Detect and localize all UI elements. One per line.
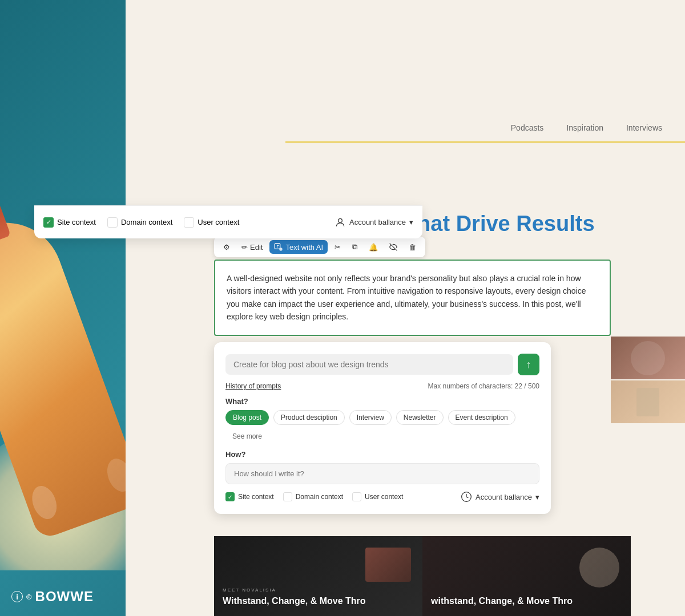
bowwe-logo: i © BOWWE: [11, 589, 94, 605]
char-count: Max numbers of characters: 22 / 500: [428, 382, 539, 390]
history-row: History of prompts Max numbers of charac…: [225, 382, 539, 390]
toolbar-notify-button[interactable]: 🔔: [364, 241, 382, 254]
bottom-image-right: withstand, Change, & Move Thro: [422, 536, 631, 616]
site-context-label: Site context: [238, 493, 274, 501]
meet-label: MEET NOVALISIA: [223, 587, 414, 593]
ai-prompt-panel: ↑ History of prompts Max numbers of char…: [214, 342, 551, 514]
user-context-label: User context: [365, 493, 403, 501]
site-context-checkbox[interactable]: ✓: [225, 492, 235, 501]
user-context-item: User context: [352, 492, 403, 501]
context-bar-site-label: Site context: [57, 218, 96, 226]
svg-point-1: [280, 248, 283, 250]
toolbar-copy-button[interactable]: ⧉: [348, 240, 362, 254]
nav-item-inspiration[interactable]: Inspiration: [566, 123, 603, 132]
right-image-top: [611, 337, 685, 379]
toolbar-visibility-button[interactable]: [385, 241, 402, 253]
context-bar-user-checkbox[interactable]: [184, 217, 194, 228]
see-more-link[interactable]: See more: [225, 429, 269, 443]
content-paragraph: A well-designed website not only reflect…: [214, 260, 611, 336]
context-bar-domain-checkbox[interactable]: [107, 217, 118, 228]
context-bar-user: User context: [184, 217, 239, 228]
account-balance-button[interactable]: Account ballance ▾: [461, 491, 539, 502]
nav-item-podcasts[interactable]: Podcasts: [511, 123, 544, 132]
how-input[interactable]: [225, 463, 539, 484]
editor-toolbar: ⚙ ✏ Edit Text with AI ✂ ⧉ 🔔 🗑: [214, 237, 425, 257]
toolbar-scissor-button[interactable]: ✂: [330, 241, 345, 254]
cc-icon: ©: [26, 593, 32, 601]
img1-title: Withstand, Change, & Move Thro: [223, 595, 414, 607]
what-label: What?: [225, 397, 539, 406]
site-context-item: ✓ Site context: [225, 492, 274, 501]
inner-website-nav: Podcasts Inspiration Interviews: [285, 114, 685, 143]
user-context-checkbox[interactable]: [352, 492, 361, 501]
svg-point-4: [339, 218, 342, 222]
info-icon: i: [11, 591, 23, 602]
nav-item-interviews[interactable]: Interviews: [626, 123, 662, 132]
domain-context-item: Domain context: [283, 492, 343, 501]
context-bar-account-button[interactable]: Account ballance ▾: [335, 217, 413, 228]
domain-context-checkbox[interactable]: [283, 492, 292, 501]
tags-row: Blog post Product desciption Interview N…: [225, 410, 539, 443]
dropdown-context-bar: ✓ Site context Domain context User conte…: [34, 205, 422, 238]
tag-blog-post[interactable]: Blog post: [225, 410, 269, 425]
tag-newsletter[interactable]: Newsletter: [396, 410, 444, 425]
context-bar-site-checkbox[interactable]: ✓: [43, 217, 54, 228]
context-bar-domain: Domain context: [107, 217, 172, 228]
tag-interview[interactable]: Interview: [349, 410, 392, 425]
prompt-submit-button[interactable]: ↑: [518, 354, 539, 375]
toolbar-text-ai-button[interactable]: Text with AI: [269, 240, 328, 254]
svg-rect-0: [275, 244, 280, 249]
prompt-input-row: ↑: [225, 354, 539, 375]
how-label: How?: [225, 450, 539, 459]
prompt-input[interactable]: [225, 354, 513, 375]
brand-name: BOWWE: [35, 589, 94, 605]
toolbar-settings-button[interactable]: ⚙: [219, 241, 235, 254]
bottom-image-left: MEET NOVALISIA Withstand, Change, & Move…: [214, 536, 422, 616]
domain-context-label: Domain context: [296, 493, 343, 501]
toolbar-delete-button[interactable]: 🗑: [404, 241, 421, 254]
tag-product-description[interactable]: Product desciption: [273, 410, 345, 425]
right-image-bottom: [611, 380, 685, 423]
toolbar-edit-button[interactable]: ✏ Edit: [237, 241, 267, 254]
history-link[interactable]: History of prompts: [225, 382, 281, 390]
context-bar-user-label: User context: [198, 218, 239, 226]
img2-title: withstand, Change, & Move Thro: [431, 595, 622, 607]
tag-event-description[interactable]: Event description: [448, 410, 515, 425]
context-bar-domain-label: Domain context: [121, 218, 172, 226]
context-bar-site: ✓ Site context: [43, 217, 96, 228]
context-row: ✓ Site context Domain context User conte…: [225, 491, 539, 502]
